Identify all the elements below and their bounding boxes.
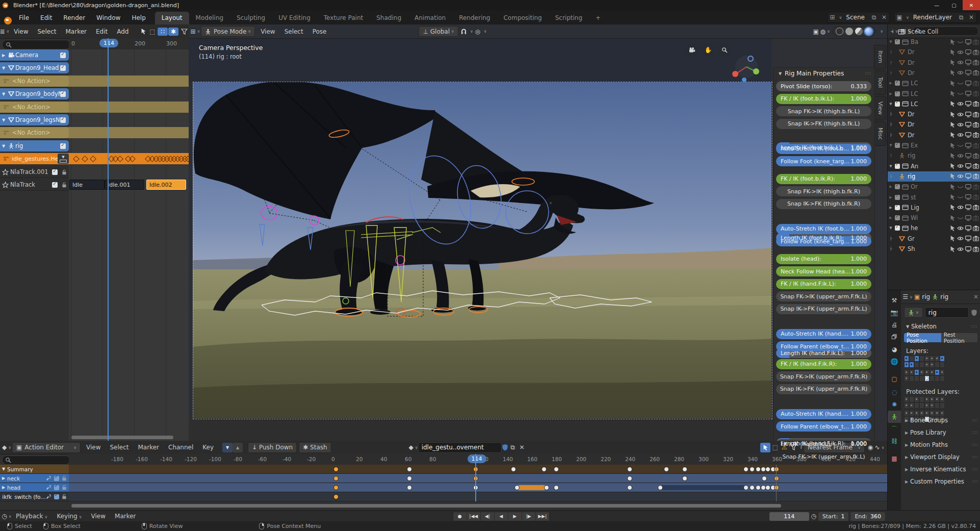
nla-action-track[interactable]: <No Action>	[0, 127, 69, 138]
monitor-icon[interactable]	[965, 91, 971, 96]
protected-layer-button[interactable]	[919, 410, 924, 416]
armature-name-field[interactable]: rig	[925, 307, 969, 318]
rig-slider[interactable]: Follow Foot (knee_target.:1.000	[776, 156, 871, 166]
camera-render-icon[interactable]	[973, 143, 979, 148]
armature-layer-button[interactable]	[935, 375, 940, 382]
disclosure-icon[interactable]: ├	[888, 71, 894, 75]
editor-type-icon[interactable]: ≣∨	[0, 27, 9, 36]
use-preview-range-icon[interactable]: ◷	[809, 512, 818, 521]
nla-strip-Idle[interactable]: Idle	[69, 180, 105, 190]
armature-layer-button[interactable]	[904, 362, 909, 368]
channel-collapse-icon[interactable]: ▼	[222, 443, 233, 452]
armature-layer-button[interactable]	[909, 356, 914, 362]
workspace-tab-rendering[interactable]: Rendering	[452, 12, 497, 24]
collection-checkbox[interactable]	[895, 225, 900, 231]
workspace-tab-uv-editing[interactable]: UV Editing	[272, 12, 317, 24]
eye-icon[interactable]	[957, 60, 964, 65]
strip-options-button[interactable]: ▼	[58, 154, 69, 164]
proportional-edit-icon[interactable]: ◎	[473, 27, 482, 36]
snap-button[interactable]: Snap FK->IK (upper_arm.F.fk.L)	[776, 291, 871, 301]
xray-toggle-icon[interactable]: ▣	[811, 27, 820, 36]
disclosure-icon[interactable]: ▶	[888, 81, 894, 85]
camera-render-icon[interactable]	[973, 132, 979, 138]
pan-gizmo[interactable]: ✋	[702, 43, 715, 57]
add-workspace-button[interactable]: +	[589, 12, 607, 24]
action-fake-user-icon[interactable]	[502, 444, 508, 451]
monitor-icon[interactable]	[965, 194, 971, 200]
armature-layer-button[interactable]	[919, 356, 924, 362]
nla-menu-add[interactable]: Add	[112, 28, 133, 35]
close-button[interactable]: ✕	[963, 0, 980, 10]
channel-enable-checkbox[interactable]	[54, 485, 59, 490]
jump-end-button[interactable]: ▶▶|	[536, 512, 550, 521]
armature-layer-button[interactable]	[904, 369, 909, 375]
keyframe[interactable]	[682, 467, 687, 472]
rig-slider[interactable]: Neck Follow Head (head):1.000	[776, 266, 871, 276]
monitor-icon[interactable]	[965, 70, 971, 75]
outliner-row-dr-8[interactable]: ├Dr	[888, 119, 980, 130]
channel-band-neck[interactable]	[69, 474, 887, 483]
nla-object-track-rig[interactable]: ▼rig	[0, 140, 69, 151]
workspace-tab-shading[interactable]: Shading	[370, 12, 408, 24]
current-frame-field[interactable]: 114	[769, 512, 809, 521]
viewport-menu-pose[interactable]: Pose	[308, 28, 331, 35]
protected-layer-button[interactable]	[940, 402, 945, 409]
disclosure-icon[interactable]: ▼	[0, 92, 7, 96]
camera-render-icon[interactable]	[973, 60, 979, 65]
protected-layer-button[interactable]	[914, 402, 919, 409]
armature-layer-button[interactable]	[935, 362, 940, 368]
properties-tab-tool[interactable]: ⚒	[888, 294, 901, 307]
nla-strip-Idle.002[interactable]: Idle.002	[146, 180, 186, 190]
playback-menu-marker[interactable]: Marker	[110, 513, 140, 520]
nla-strip-Idle.001[interactable]: Idle.001	[105, 180, 144, 190]
delete-viewlayer-icon[interactable]: ✕	[966, 14, 976, 21]
eye-icon[interactable]	[957, 133, 964, 137]
selectable-icon[interactable]	[950, 194, 956, 200]
monitor-icon[interactable]	[965, 246, 971, 252]
properties-tab-texture[interactable]: ▩	[888, 452, 901, 465]
armature-layer-button[interactable]	[904, 375, 909, 382]
properties-tab-bone-constraint[interactable]: ⛓	[888, 435, 901, 447]
menu-help[interactable]: Help	[132, 14, 145, 21]
outliner-row-lc-5[interactable]: ▶LC	[888, 89, 980, 99]
channel-expand-icon[interactable]: ▲	[233, 443, 243, 452]
play-button[interactable]: ▶	[508, 512, 522, 521]
protected-layer-button[interactable]	[909, 402, 914, 409]
editor-mode-dropdown[interactable]: ▣ Action Editor ∨	[12, 442, 81, 453]
keyframe[interactable]	[541, 467, 547, 472]
snap-button[interactable]: Snap IK->FK (upper_arm.F.fk.L)	[776, 304, 871, 314]
keyframe[interactable]	[750, 467, 755, 472]
selectable-icon[interactable]	[950, 111, 956, 118]
disclosure-icon[interactable]: ├	[888, 61, 894, 65]
camera-render-icon[interactable]	[973, 184, 979, 190]
pose-position-button[interactable]: Pose Position	[904, 333, 941, 342]
keyframe[interactable]	[658, 485, 663, 490]
nla-menu-select[interactable]: Select	[33, 28, 61, 35]
panel-custom-properties[interactable]: ▶Custom Properties∷∷	[903, 478, 978, 485]
disclosure-icon[interactable]: ▶	[888, 92, 894, 96]
camera-render-icon[interactable]	[973, 70, 979, 75]
properties-tab-physics[interactable]: ◌	[888, 386, 901, 398]
proportional-dropdown[interactable]: ∨	[484, 29, 487, 34]
eye-icon[interactable]	[957, 112, 964, 117]
eye-icon[interactable]	[957, 236, 964, 241]
outliner-row-lc-4[interactable]: ▶LC	[888, 78, 980, 88]
selectable-icon[interactable]	[950, 39, 956, 45]
rig-slider[interactable]: FK / IK (hand.F.ik.L):1.000	[776, 279, 871, 289]
modifier-wrench-icon[interactable]	[46, 475, 51, 481]
disclosure-icon[interactable]: ▼	[888, 102, 894, 106]
eye-icon[interactable]	[957, 164, 964, 168]
eye-closed-icon[interactable]	[957, 216, 964, 220]
armature-layer-button[interactable]	[914, 356, 919, 362]
action-name-field[interactable]: idle_gestu..ovement	[418, 442, 502, 453]
nla-action-track[interactable]: <No Action>	[0, 75, 69, 87]
camera-render-icon[interactable]	[973, 39, 979, 45]
viewport-menu-select[interactable]: Select	[280, 28, 308, 35]
select-tool-icon[interactable]	[760, 443, 770, 452]
armature-layer-button[interactable]	[940, 362, 945, 368]
playback-menu-keying[interactable]: Keying∨	[52, 513, 86, 520]
stash-button[interactable]: ✱ Stash	[299, 442, 331, 453]
lock-icon[interactable]	[62, 169, 67, 175]
armature-layer-button[interactable]	[930, 369, 935, 375]
eye-closed-icon[interactable]	[957, 185, 964, 189]
